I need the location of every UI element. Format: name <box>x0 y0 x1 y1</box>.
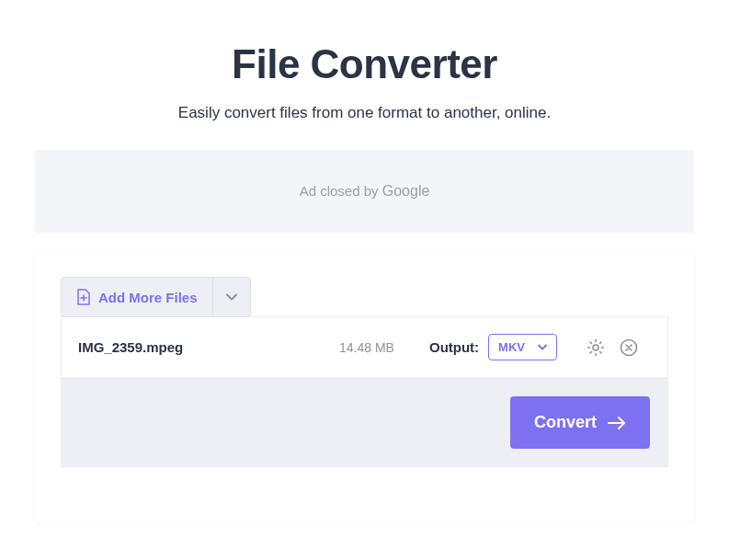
svg-point-0 <box>593 345 598 350</box>
settings-button[interactable] <box>583 335 609 360</box>
toolbar: Add More Files <box>35 251 694 317</box>
google-logo-text: Google <box>382 183 430 199</box>
chevron-down-icon <box>226 293 237 301</box>
add-files-group: Add More Files <box>61 277 251 317</box>
convert-bar: Convert <box>61 378 668 467</box>
page-title: File Converter <box>0 41 729 87</box>
format-select-value: MKV <box>498 340 525 354</box>
close-circle-icon <box>620 338 638 357</box>
arrow-right-icon <box>608 417 626 429</box>
gear-icon <box>587 338 605 357</box>
file-size: 14.48 MB <box>339 340 394 355</box>
page-subtitle: Easily convert files from one format to … <box>0 104 729 122</box>
remove-file-button[interactable] <box>616 335 642 360</box>
format-select-button[interactable]: MKV <box>488 334 557 360</box>
output-label: Output: <box>429 339 479 355</box>
converter-card: Add More Files IMG_2359.mpeg 14.48 MB Ou… <box>35 251 694 522</box>
ad-closed-text: Ad closed by Google <box>300 183 430 200</box>
add-more-files-label: Add More Files <box>98 290 198 305</box>
add-files-dropdown-button[interactable] <box>212 278 250 316</box>
add-more-files-button[interactable]: Add More Files <box>62 278 212 316</box>
chevron-down-icon <box>538 344 547 350</box>
file-name: IMG_2359.mpeg <box>78 339 183 355</box>
convert-button-label: Convert <box>534 413 597 432</box>
convert-button[interactable]: Convert <box>510 396 650 449</box>
file-plus-icon <box>76 289 91 305</box>
file-row: IMG_2359.mpeg 14.48 MB Output: MKV <box>61 316 668 378</box>
ad-banner: Ad closed by Google <box>35 150 694 233</box>
